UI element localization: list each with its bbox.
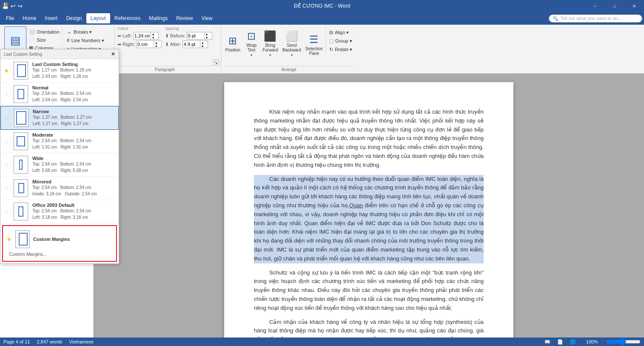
line-numbers-icon: # [67,37,70,43]
star-icon-mirrored: ☆ [4,185,9,192]
undo-icon[interactable]: ↩ [11,3,16,9]
margin-preview-custom [15,230,30,248]
custom-margins-button[interactable]: Custom Margins... [6,250,114,258]
indent-left-arrows: ▲ ▼ [151,32,156,39]
size-label: Size [37,37,46,43]
menu-file[interactable]: File [2,13,18,23]
group-button[interactable]: ⬚ Group ▾ [328,37,354,45]
indent-section: Indent ⬅ Left: ▲ ▼ ➡ Right: [117,26,162,48]
margin-details-wide: Wide Top: 2.54 cm Bottom: 2.54 cmLeft: 5… [32,156,115,174]
margin-name-narrow: Narrow [33,109,115,114]
indent-left-row: ⬅ Left: ▲ ▼ [117,32,162,40]
margin-item-mirrored[interactable]: ☆ Mirrored Top: 2.54 cm Bottom: 2.54 cmI… [0,177,119,200]
send-backward-button[interactable]: ⬜ SendBackward ▾ [281,26,303,60]
ribbon-group-paragraph: Indent ⬅ Left: ▲ ▼ ➡ Right: [115,26,221,73]
menu-home[interactable]: Home [18,13,40,23]
margin-details-moderate: Moderate Top: 2.54 cm Bottom: 2.54 cmLef… [32,132,115,150]
search-icon: 🔍 [553,16,559,21]
save-icon[interactable]: 💾 [2,3,9,9]
star-icon-narrow: ☆ [4,114,10,121]
zoom-level: 100% [586,339,598,344]
star-icon-wide: ☆ [4,161,9,168]
rotate-button[interactable]: ↻ Rotate ▾ [328,46,354,53]
margin-values-normal: Top: 2.54 cm Bottom: 2.54 cmLeft: 2.54 c… [32,90,115,103]
menu-mailings[interactable]: Mailings [145,13,172,23]
orientation-button[interactable]: ⬜ Orientation [27,28,61,35]
margin-preview-wide [14,156,28,174]
spacing-after-up[interactable]: ▲ [200,41,205,44]
indent-left-up[interactable]: ▲ [151,32,156,36]
wrap-text-button[interactable]: ⊡ WrapText ▾ [243,26,260,60]
menu-insert[interactable]: Insert [40,13,62,23]
paragraph-label: Paragraph [117,66,212,73]
margin-name-mirrored: Mirrored [32,179,115,184]
spacing-before-arrows: ▲ ▼ [204,32,209,39]
margin-values-mirrored: Top: 2.54 cm Bottom: 2.54 cmInside: 3.18… [32,184,115,197]
indent-left-down[interactable]: ▼ [151,36,156,39]
view-web-icon[interactable]: 🌐 [570,339,576,345]
margin-item-narrow[interactable]: ☆ Narrow Top: 1.27 cm Bottom: 1.27 cmLef… [0,106,119,130]
close-button[interactable]: ✕ [624,0,644,12]
link-hoquan[interactable]: Quan [349,202,363,209]
breaks-button[interactable]: ⫠ Breaks ▾ [65,28,106,36]
position-icon: ⊞ [228,35,237,47]
margin-values-moderate: Top: 2.54 cm Bottom: 2.54 cmLeft: 1.91 c… [32,137,115,150]
margin-details-narrow: Narrow Top: 1.27 cm Bottom: 1.27 cmLeft:… [33,109,115,127]
margin-values-last-custom: Top: 1.27 cm Bottom: 1.26 cmLeft: 2.43 c… [32,67,115,80]
spacing-before-input[interactable]: ▲ ▼ [187,32,212,40]
position-button[interactable]: ⊞ Position [224,26,242,60]
view-read-icon[interactable]: 📖 [544,339,550,345]
spacing-after-arrows: ▲ ▼ [200,41,205,48]
ribbon-search[interactable]: 🔍 Tell me what you want to do... [549,14,642,23]
spacing-before-down[interactable]: ▼ [205,36,209,39]
zoom-slider[interactable] [607,338,641,345]
rotate-icon: ↻ [329,47,333,52]
title-bar: 💾 ↩ ↪ ĐỀ CƯƠNG IMC - Word ─ □ ✕ [0,0,644,12]
margin-preview-last-custom [14,62,28,80]
indent-left-value[interactable] [134,33,151,38]
minimize-button[interactable]: ─ [585,0,605,12]
orientation-icon: ⬜ [29,29,35,34]
selection-pane-button[interactable]: ☰ SelectionPane [304,26,325,60]
group-label: Group ▾ [335,38,352,44]
margin-item-last-custom[interactable]: ★ Last Custom Setting Top: 1.27 cm Botto… [0,59,119,83]
view-print-icon[interactable]: 📄 [557,339,563,345]
margin-name-custom: Custom Margins [33,237,70,242]
size-button[interactable]: 📄 Size [27,36,61,43]
spacing-after-down[interactable]: ▼ [200,44,205,48]
window-title: ĐỀ CƯƠNG IMC - Word [294,3,350,9]
bring-forward-button[interactable]: ⬛ BringForward ▾ [261,26,280,60]
indent-right-down[interactable]: ▼ [154,44,159,48]
word-count: 2,847 words [37,339,62,344]
margin-item-normal[interactable]: ☆ Normal Top: 2.54 cm Bottom: 2.54 cmLef… [0,83,119,106]
wrap-text-label: WrapText [246,43,256,52]
spacing-before-value[interactable] [187,33,204,38]
paragraph-corner-button[interactable]: ↘ [213,60,219,66]
indent-right-up[interactable]: ▲ [154,41,159,44]
redo-icon[interactable]: ↪ [17,3,23,9]
menu-review[interactable]: Review [172,13,197,23]
margin-details-office2003: Office 2003 Default Top: 2.54 cm Bottom:… [32,203,115,220]
spacing-after-value[interactable] [183,42,200,47]
indent-right-arrows: ▲ ▼ [154,41,159,48]
custom-margins-item[interactable]: ★ Custom Margins [6,229,114,250]
margin-item-moderate[interactable]: ☆ Moderate Top: 2.54 cm Bottom: 2.54 cmL… [0,130,119,153]
spacing-after-input[interactable]: ▲ ▼ [182,40,208,48]
menu-design[interactable]: Design [62,13,86,23]
doc-paragraph-4: Cảm nhận của khách hàng về công ty và nh… [254,318,484,337]
align-button[interactable]: ⊟ Align ▾ [328,29,354,36]
menu-view[interactable]: View [197,13,217,23]
dropdown-close[interactable]: ✕ [111,51,115,57]
maximize-button[interactable]: □ [605,0,624,12]
menu-layout[interactable]: Layout [86,13,110,23]
margin-item-office2003[interactable]: ☆ Office 2003 Default Top: 2.54 cm Botto… [0,200,119,223]
indent-right-value[interactable] [137,42,154,47]
doc-area[interactable]: Khái niệm này nhấn mạnh vào quá trình kế… [94,74,644,337]
spacing-before-up[interactable]: ▲ [205,32,209,36]
line-numbers-button[interactable]: # Line Numbers ▾ [65,37,106,44]
margin-preview-office2003 [14,203,28,220]
indent-left-input[interactable]: ▲ ▼ [133,32,159,40]
indent-right-input[interactable]: ▲ ▼ [136,40,162,48]
margin-item-wide[interactable]: ☆ Wide Top: 2.54 cm Bottom: 2.54 cmLeft:… [0,153,119,177]
menu-references[interactable]: References [110,13,145,23]
